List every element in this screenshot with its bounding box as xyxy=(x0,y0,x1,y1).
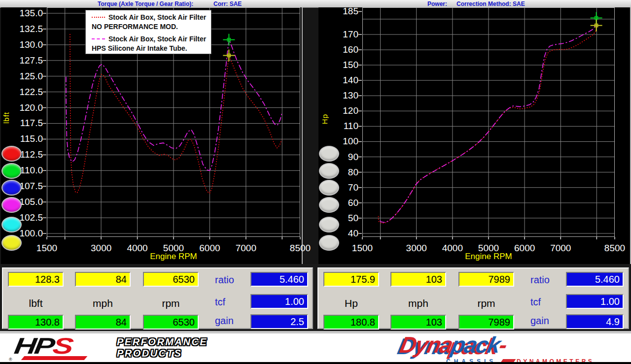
torque-channel-button-1[interactable] xyxy=(2,147,21,161)
stock-speed-value: 84 xyxy=(75,272,131,287)
power-y-tick-label: 130 xyxy=(329,90,358,101)
hps-registered-mark: ® xyxy=(9,357,12,362)
power-curves-svg xyxy=(362,7,615,237)
hps-torque-value: 130.8 xyxy=(8,315,64,330)
stock-torque-value: 128.3 xyxy=(8,272,64,287)
hps-speed-value: 84 xyxy=(75,315,131,330)
tcf-value: 1.00 xyxy=(250,294,308,309)
torque-channel-button-2[interactable] xyxy=(2,164,21,178)
torque-header-title: Torque (Axle Torque / Gear Ratio): xyxy=(98,0,193,7)
legend-hps-row: Stock Air Box, Stock Air Filter xyxy=(92,34,211,44)
stock-power-value: 175.9 xyxy=(323,272,379,287)
power-data-panel: 175.9 103 7989 Hp mph rpm 180.8 103 7989… xyxy=(317,267,629,329)
ratio-value: 5.460 xyxy=(566,272,624,287)
torque-header-correction: Corr: SAE xyxy=(213,0,242,7)
dynapack-logo-pack: pack xyxy=(449,332,502,358)
power-header-title: Power: xyxy=(427,0,447,7)
power-y-tick-label: 120 xyxy=(329,105,358,116)
torque-channel-button-3[interactable] xyxy=(2,181,21,195)
tcf-label: tcf xyxy=(215,297,249,308)
torque-x-tick-label: 3000 xyxy=(81,243,121,254)
bottom-bar xyxy=(0,362,631,364)
power-x-tick-label: 7000 xyxy=(541,243,580,254)
legend-stock-text2: NO PERFORMANCE MOD. xyxy=(92,22,211,32)
speed-unit-label: mph xyxy=(390,298,446,309)
power-x-tick-label: 1500 xyxy=(343,243,382,254)
dyno-software-screen: Torque (Axle Torque / Gear Ratio): Corr:… xyxy=(0,0,631,364)
hps-rpm-value: 6530 xyxy=(143,315,199,330)
stock-speed-value: 103 xyxy=(390,272,446,287)
hps-power-value: 180.8 xyxy=(323,315,379,330)
power-channel-button-6[interactable] xyxy=(320,236,338,250)
legend-stock-row: Stock Air Box, Stock Air Filter xyxy=(92,13,211,22)
power-y-tick-label: 150 xyxy=(329,60,358,70)
logo-strip: HPS ® PERFORMANCE PRODUCTS Dynapack- CHA… xyxy=(0,331,631,364)
torque-channel-button-6[interactable] xyxy=(2,236,21,250)
power-plot-area xyxy=(362,7,615,237)
speed-unit-label: mph xyxy=(75,298,131,309)
ratio-label: ratio xyxy=(530,274,565,286)
stock-rpm-value: 7989 xyxy=(458,272,514,287)
hps-logo-s: S xyxy=(51,333,73,359)
torque-y-tick-label: 125.0 xyxy=(13,71,43,82)
torque-x-tick-label: 7000 xyxy=(226,243,266,254)
power-chart-panel: Hp 1851701601501401301201101009080706050… xyxy=(318,7,631,264)
power-y-tick-label: 185 xyxy=(329,6,358,17)
torque-x-tick-label: 8500 xyxy=(280,243,320,254)
torque-y-axis-title: lbft xyxy=(2,112,10,124)
power-y-axis-title: Hp xyxy=(320,114,329,124)
hps-logo-hp: HP xyxy=(13,333,55,359)
power-header-correction: Correction Method: SAE xyxy=(456,0,525,7)
legend-box: Stock Air Box, Stock Air Filter NO PERFO… xyxy=(85,10,211,54)
hps-peak-marker xyxy=(223,34,235,46)
gain-label: gain xyxy=(215,315,249,327)
power-y-tick-label: 140 xyxy=(329,75,358,86)
hps-rpm-value: 7989 xyxy=(458,315,514,330)
hps-logo: HPS xyxy=(13,334,73,357)
torque-y-tick-label: 122.5 xyxy=(13,87,43,98)
power-x-axis-title: Engine RPM xyxy=(449,252,528,262)
torque-x-axis-title: Engine RPM xyxy=(134,252,213,262)
legend-hps-text: Stock Air Box, Stock Air Filter xyxy=(108,35,206,43)
torque-y-tick-label: 135.0 xyxy=(13,8,43,19)
power-x-tick-label: 8500 xyxy=(595,243,631,254)
torque-channel-button-4[interactable] xyxy=(2,198,21,212)
dynapack-logo-dyna: Dyna xyxy=(397,332,455,358)
dynapack-logo: Dynapack- xyxy=(398,332,509,357)
rpm-unit-label: rpm xyxy=(458,298,514,309)
legend-stock-text: Stock Air Box, Stock Air Filter xyxy=(108,13,206,21)
stock-peak-marker xyxy=(223,50,235,62)
power-y-tick-label: 110 xyxy=(329,121,358,132)
ratio-label: ratio xyxy=(215,274,249,286)
power-y-tick-label: 160 xyxy=(329,44,358,55)
gain-label: gain xyxy=(530,315,565,327)
power-channel-button-3[interactable] xyxy=(320,181,338,195)
power-channel-button-5[interactable] xyxy=(320,218,338,232)
stock-line-sample-icon xyxy=(92,17,105,18)
tcf-value: 1.00 xyxy=(566,294,624,309)
hps-logo-text: PERFORMANCE PRODUCTS xyxy=(117,336,208,359)
window-header-strip: Torque (Axle Torque / Gear Ratio): Corr:… xyxy=(0,0,631,8)
torque-channel-button-5[interactable] xyxy=(2,218,21,232)
torque-y-tick-label: 115.0 xyxy=(13,133,43,144)
hps-performance-text: PERFORMANCE xyxy=(117,336,208,348)
torque-unit-label: lbft xyxy=(8,298,64,309)
hps-products-text: PRODUCTS xyxy=(117,348,208,359)
tcf-label: tcf xyxy=(530,297,565,308)
hps-line-sample-icon xyxy=(92,38,105,39)
rpm-unit-label: rpm xyxy=(143,298,199,309)
power-channel-button-1[interactable] xyxy=(320,147,338,161)
power-unit-label: Hp xyxy=(323,298,379,309)
torque-y-tick-label: 120.0 xyxy=(13,102,43,113)
torque-y-tick-label: 127.5 xyxy=(13,55,43,66)
hps-speed-value: 103 xyxy=(390,315,446,330)
gain-value: 4.9 xyxy=(566,314,624,329)
power-x-tick-label: 3000 xyxy=(397,243,436,254)
torque-y-tick-label: 130.0 xyxy=(13,39,43,50)
torque-y-tick-label: 117.5 xyxy=(13,118,43,129)
hps-swoosh-icon xyxy=(21,356,88,360)
power-channel-button-4[interactable] xyxy=(320,198,338,212)
stock-rpm-value: 6530 xyxy=(143,272,199,287)
gain-value: 2.5 xyxy=(250,314,308,329)
power-channel-button-2[interactable] xyxy=(320,164,338,178)
